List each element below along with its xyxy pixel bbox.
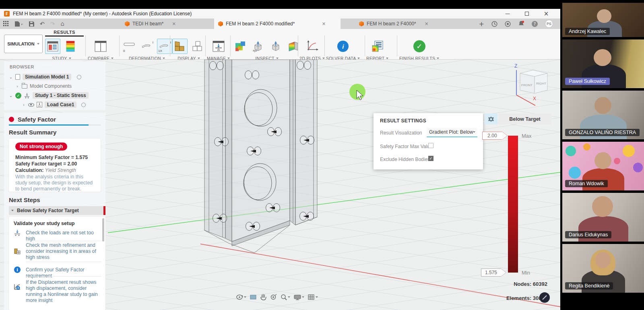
workspace-selector[interactable]: SIMULATION: [4, 35, 43, 53]
legend-settings-button[interactable]: [485, 114, 497, 124]
close-tab-icon[interactable]: ×: [322, 21, 326, 27]
close-button[interactable]: ×: [542, 10, 551, 17]
caret-down-icon: [316, 296, 318, 298]
results-context-tab[interactable]: RESULTS: [45, 30, 84, 35]
panel-scrollbar[interactable]: [102, 218, 104, 242]
notifications-bell-icon[interactable]: [518, 21, 524, 27]
study-legend-icon[interactable]: [63, 39, 78, 54]
visibility-radio-icon[interactable]: [77, 75, 81, 79]
view-cube[interactable]: Z X FRONT RIGHT: [510, 60, 554, 108]
collapse-caret-icon[interactable]: [11, 210, 14, 211]
visualization-dropdown[interactable]: Gradient Plot: Below: [427, 128, 477, 137]
document-cube-icon: [125, 21, 130, 27]
deformation-actual-icon[interactable]: I: [139, 39, 155, 54]
tree-item-study-1[interactable]: ⌄ ✓ Study 1 - Static Stress: [9, 92, 89, 99]
legend-mode-label[interactable]: Below Target: [498, 114, 551, 124]
report-icon[interactable]: [370, 39, 385, 54]
study-report-icon[interactable]: [45, 39, 60, 54]
deformation-undeformed-icon[interactable]: 0: [122, 39, 137, 54]
participant-tile[interactable]: Regita Bendikienė: [562, 244, 644, 293]
browser-panel: BROWSER ⌄ Simulation Model 1 › Model Com…: [4, 61, 105, 110]
status-badge: Not strong enough: [15, 143, 67, 151]
help-icon[interactable]: ?: [532, 21, 538, 27]
tab-fem-h-beam[interactable]: FEM H beam 2 F4000* ×: [355, 19, 470, 29]
job-status-icon[interactable]: [491, 21, 497, 27]
chevron-right-icon[interactable]: ›: [15, 84, 19, 89]
app-grid-icon[interactable]: [3, 21, 9, 27]
zoom-window-button[interactable]: [281, 294, 290, 300]
participant-tile[interactable]: Andrzej Kawalec: [562, 3, 644, 37]
new-tab-icon[interactable]: +: [479, 20, 484, 28]
inspect-gradient-icon[interactable]: [233, 39, 248, 54]
solver-data-icon[interactable]: i: [335, 39, 351, 54]
legend-min-tag[interactable]: 1.575: [481, 269, 501, 277]
legend-max-tag[interactable]: 2.00: [482, 132, 502, 140]
next-steps-heading: Next Steps: [9, 196, 40, 203]
group-display: DISPLAY: [172, 38, 205, 61]
safety-factor-header: Safety Factor: [9, 116, 56, 123]
close-tab-icon[interactable]: ×: [425, 21, 429, 27]
tab-fem-h-beam-modified[interactable]: FEM H beam 2 F4000 modified* ×: [214, 19, 341, 29]
chevron-right-icon[interactable]: ›: [22, 103, 26, 107]
display-settings-button[interactable]: [294, 294, 304, 300]
grid-settings-button[interactable]: [308, 294, 318, 300]
loads-icon: [14, 229, 21, 237]
manage-icon[interactable]: [211, 39, 226, 54]
minimize-button[interactable]: —: [503, 10, 512, 17]
inspect-slice-plane-icon[interactable]: [286, 39, 301, 54]
participant-silhouette: [594, 152, 611, 169]
visibility-radio-icon[interactable]: [81, 103, 86, 107]
inspect-point-xyz-icon[interactable]: xyz: [250, 39, 266, 54]
redo-icon[interactable]: ↷: [50, 21, 55, 27]
viewport-canvas[interactable]: Z X FRONT RIGHT RESULT SETTINGS Result V…: [0, 60, 560, 310]
zoom-button[interactable]: [270, 294, 277, 300]
dropdown-value: Gradient Plot: Below: [429, 129, 473, 135]
user-avatar[interactable]: PS: [545, 20, 553, 28]
file-menu-icon[interactable]: [14, 21, 23, 27]
chevron-down-icon[interactable]: ⌄: [9, 75, 13, 79]
tree-item-simulation-model[interactable]: ⌄ Simulation Model 1: [9, 73, 81, 81]
next-step-link[interactable]: Check the mesh refinement and consider i…: [26, 242, 101, 260]
next-step-link[interactable]: Confirm your Safety Factor requirement: [26, 267, 103, 279]
min-safety-factor: Minimum Safety Factor = 1.575: [15, 155, 88, 161]
tree-item-label: Load Case1: [45, 101, 76, 108]
next-step-link[interactable]: Check the loads are not set too high: [26, 230, 101, 242]
participant-tile[interactable]: Roman Wdowik: [562, 142, 644, 190]
group-compare: COMPARE: [88, 38, 114, 61]
max-value-checkbox[interactable]: [428, 143, 433, 148]
look-at-button[interactable]: [250, 294, 256, 300]
eye-visibility-icon[interactable]: [28, 103, 34, 107]
y-axis-line: [108, 172, 560, 233]
undo-icon[interactable]: ↶: [40, 21, 45, 27]
next-step-link[interactable]: If the Displacement result shows high di…: [26, 279, 103, 304]
close-tab-icon[interactable]: ×: [172, 21, 176, 27]
front-face-label: FRONT: [521, 83, 533, 87]
orbit-button[interactable]: [236, 294, 246, 300]
finish-results-icon[interactable]: ✓: [412, 39, 427, 54]
tree-item-model-components[interactable]: › Model Components: [15, 83, 72, 90]
participant-tile[interactable]: GONZALO VALIÑO RIESTRA: [562, 91, 644, 139]
tab-tedi-h-beam[interactable]: TEDI H beam* ×: [121, 19, 213, 29]
save-icon[interactable]: [29, 21, 34, 27]
display-elements-icon[interactable]: [190, 39, 205, 54]
maximize-icon: [525, 12, 529, 16]
home-icon[interactable]: ⌂: [60, 20, 64, 27]
tree-item-load-case[interactable]: › Load Case1: [22, 101, 86, 108]
participant-tile[interactable]: Paweł Sułkowicz: [562, 39, 644, 88]
inspect-probe-icon[interactable]: [268, 39, 283, 54]
group-2d-plots: 2D PLOTS: [299, 38, 325, 61]
ribbon-separator: [170, 35, 170, 56]
2d-plots-icon[interactable]: [305, 39, 320, 54]
participant-tile[interactable]: Darius Eidukynas: [562, 193, 644, 242]
exclude-hidden-checkbox[interactable]: ✓: [428, 156, 433, 161]
validate-setup-card: Validate your study setup Check the load…: [9, 217, 105, 310]
meeting-controls-icon[interactable]: [539, 292, 550, 303]
extensions-icon[interactable]: [505, 21, 511, 27]
maximize-button[interactable]: [522, 10, 531, 17]
below-target-group-row[interactable]: Below Safety Factor Target: [9, 206, 105, 215]
display-mesh-icon[interactable]: [172, 39, 188, 54]
h-beam-body: [204, 60, 317, 253]
compare-icon[interactable]: [93, 39, 108, 54]
chevron-down-icon[interactable]: ⌄: [9, 93, 13, 98]
pan-button[interactable]: [260, 294, 266, 300]
